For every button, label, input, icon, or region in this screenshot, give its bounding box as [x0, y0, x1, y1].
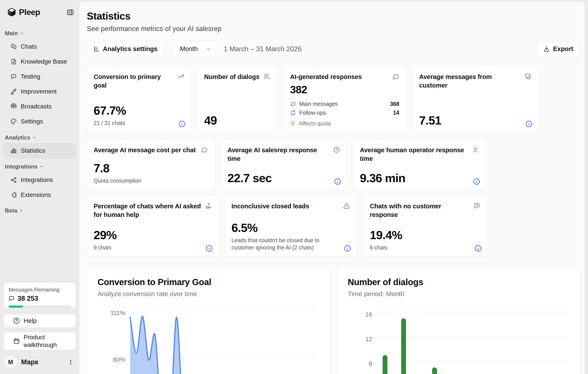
sidebar-group-integrations[interactable]: Integrations [0, 163, 79, 170]
chat-bubble-icon [290, 101, 296, 107]
svg-text:12: 12 [365, 335, 372, 342]
sidebar-item-improvement[interactable]: Improvement [0, 84, 79, 99]
stat-card-ai-asked-help: Percentage of chats where AI asked for h… [87, 196, 219, 257]
info-icon[interactable] [344, 245, 351, 252]
messages-remaining-label: Messages Remaining [9, 287, 71, 293]
dialogs-bar-chart: 16128 [348, 306, 569, 374]
card-title: AI-generated responses [290, 73, 362, 81]
info-icon[interactable] [474, 245, 482, 252]
app-name: Pleep [19, 8, 40, 17]
stat-card-no-customer-response: Chats with no customer response 19.4% 6 … [363, 196, 487, 257]
stats-row-3: Percentage of chats where AI asked for h… [87, 196, 580, 257]
extensions-icon [10, 192, 17, 198]
collapse-sidebar-icon[interactable] [66, 8, 74, 16]
card-subtext: 9 chats [94, 244, 212, 251]
info-icon[interactable] [334, 178, 341, 185]
integrations-nav: Integrations Extensions [0, 172, 79, 202]
user-menu[interactable]: M Марк [4, 356, 75, 368]
message-x-icon [473, 202, 481, 209]
helping-hand-icon [205, 202, 212, 209]
sidebar-item-label: Settings [21, 118, 43, 125]
card-title: Chats with no customer response [370, 202, 470, 219]
download-icon [543, 46, 550, 52]
trending-up-icon [177, 73, 184, 80]
card-title: Average AI message cost per chat [94, 146, 196, 154]
breakdown-label: Follow-ups [299, 110, 326, 116]
info-icon[interactable] [473, 178, 480, 185]
messages-remaining-card: Messages Remaining 38 253 [3, 283, 76, 308]
sidebar-item-testing[interactable]: Testing [0, 69, 79, 84]
svg-text:8: 8 [369, 360, 372, 367]
improvement-icon [10, 88, 17, 95]
sidebar-item-label: Testing [21, 73, 40, 80]
sidebar-item-integrations[interactable]: Integrations [0, 172, 79, 187]
chart-title: Number of dialogs [348, 277, 569, 287]
chevron-down-icon [20, 31, 24, 35]
logo-row: Pleep [0, 0, 79, 18]
sidebar: Pleep Main Chats Knowledge Base Testing [0, 0, 79, 374]
messages-progress-track [9, 306, 71, 308]
period-select[interactable]: Month [174, 41, 218, 57]
card-value: 67.7% [94, 104, 184, 117]
integrations-icon [10, 177, 17, 183]
period-value: Month [180, 45, 198, 53]
sidebar-item-knowledge-base[interactable]: Knowledge Base [0, 54, 79, 69]
stat-card-ai-responses: AI-generated responses 382 Main messages… [283, 66, 406, 132]
card-value: 382 [290, 84, 399, 95]
sidebar-group-beta[interactable]: Beta [0, 207, 79, 214]
chat-bubble-icon [392, 73, 399, 80]
sidebar-group-main[interactable]: Main [0, 30, 79, 37]
stat-card-dialogs: Number of dialogs 49 [197, 66, 277, 132]
export-label: Export [553, 45, 573, 53]
sidebar-item-statistics[interactable]: Statistics [3, 143, 76, 158]
stats-row-2: Average AI message cost per chat 7.8 Quo… [87, 140, 580, 190]
sidebar-item-settings[interactable]: Settings [0, 114, 79, 129]
user-kebab-icon[interactable] [67, 358, 75, 366]
help-label: Help [24, 317, 37, 324]
testing-icon [10, 73, 17, 80]
person-icon [472, 146, 479, 153]
chevron-down-icon [206, 46, 211, 52]
affects-quota-label: Affects quota [299, 120, 331, 127]
help-button[interactable]: Help [3, 314, 76, 328]
svg-text:16: 16 [365, 311, 372, 318]
lightning-icon [290, 121, 296, 126]
card-title: Average AI salesrep response time [228, 146, 329, 163]
stat-card-conversion: Conversion to primary goal 67.7% 21 / 31… [87, 66, 191, 132]
clock-icon [333, 146, 340, 153]
sidebar-item-label: Broadcasts [21, 103, 52, 110]
card-value: 7.51 [419, 114, 531, 127]
toolbar: Analytics settings Month 1 March – 31 Ma… [87, 41, 580, 57]
info-icon[interactable] [205, 245, 213, 252]
stat-card-human-response-time: Average human operator response time 9.3… [353, 140, 486, 190]
card-title: Inconclusive closed leads [231, 202, 309, 211]
sidebar-item-label: Extensions [21, 192, 51, 198]
chart-subtitle: Time period: Month [348, 290, 569, 298]
sidebar-item-broadcasts[interactable]: Broadcasts [0, 99, 79, 114]
export-button[interactable]: Export [537, 41, 580, 57]
stats-row-1: Conversion to primary goal 67.7% 21 / 31… [87, 66, 580, 132]
card-value: 9.36 min [360, 172, 479, 184]
card-title: Conversion to primary goal [94, 73, 174, 90]
product-walkthrough-button[interactable]: Product walkthrough [3, 332, 76, 350]
sidebar-item-extensions[interactable]: Extensions [0, 187, 79, 202]
card-title: Percentage of chats where AI asked for h… [94, 202, 201, 219]
stat-card-ai-response-time: Average AI salesrep response time 22.7 s… [221, 140, 347, 190]
knowledge-base-icon [10, 58, 17, 65]
analytics-settings-label: Analytics settings [103, 45, 158, 53]
messages-remaining-value: 38 253 [17, 294, 38, 303]
analytics-settings-button[interactable]: Analytics settings [87, 41, 164, 57]
sidebar-item-chats[interactable]: Chats [0, 39, 79, 54]
product-walkthrough-label: Product walkthrough [24, 333, 63, 349]
info-icon[interactable] [525, 120, 533, 128]
chart-title: Conversion to Primary Goal [98, 277, 320, 287]
statistics-page: Statistics See performance metrics of yo… [79, 2, 585, 374]
conversion-area-chart: 111%60% [98, 300, 320, 374]
dialogs-chart-card: Number of dialogs Time period: Month 161… [337, 267, 580, 374]
breakdown-value: 14 [393, 110, 399, 116]
breakdown-row-main-messages: Main messages 368 [290, 100, 399, 109]
chart-subtitle: Analyze conversion rate over time [98, 290, 320, 298]
sidebar-group-analytics[interactable]: Analytics [0, 134, 79, 141]
info-icon[interactable] [178, 120, 186, 128]
card-subtext: Quota consumption [94, 177, 208, 184]
